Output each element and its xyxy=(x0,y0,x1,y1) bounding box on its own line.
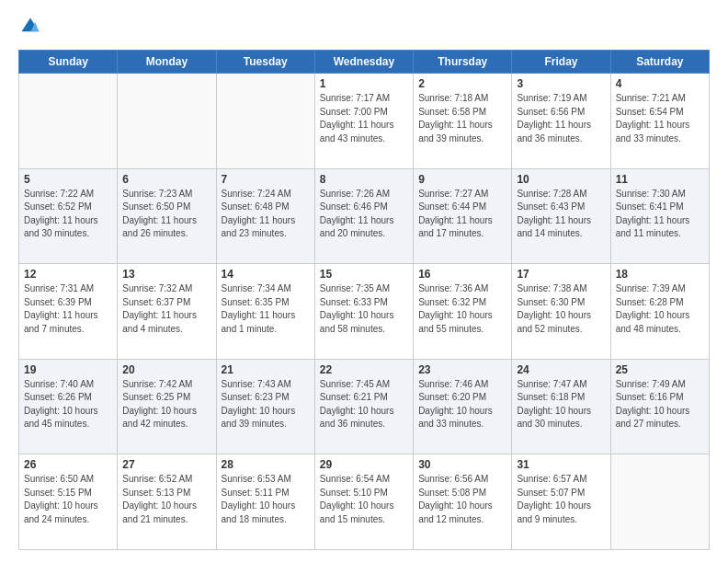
calendar-cell: 28Sunrise: 6:53 AMSunset: 5:11 PMDayligh… xyxy=(216,454,314,550)
day-info: Sunrise: 7:31 AMSunset: 6:39 PMDaylight:… xyxy=(24,282,112,336)
day-info: Sunrise: 7:21 AMSunset: 6:54 PMDaylight:… xyxy=(616,92,704,145)
day-info: Sunrise: 7:42 AMSunset: 6:25 PMDaylight:… xyxy=(122,378,210,431)
calendar-cell: 9Sunrise: 7:27 AMSunset: 6:44 PMDaylight… xyxy=(414,168,512,264)
day-number: 21 xyxy=(222,363,310,376)
calendar-cell: 29Sunrise: 6:54 AMSunset: 5:10 PMDayligh… xyxy=(314,454,413,550)
day-number: 23 xyxy=(418,363,506,376)
day-number: 26 xyxy=(24,458,112,471)
calendar-cell xyxy=(19,74,118,169)
day-number: 18 xyxy=(616,268,704,281)
day-info: Sunrise: 7:49 AMSunset: 6:16 PMDaylight:… xyxy=(616,378,704,431)
day-number: 19 xyxy=(24,363,112,376)
weekday-header-monday: Monday xyxy=(118,51,216,74)
calendar-cell: 12Sunrise: 7:31 AMSunset: 6:39 PMDayligh… xyxy=(19,264,118,360)
calendar-cell: 17Sunrise: 7:38 AMSunset: 6:30 PMDayligh… xyxy=(512,264,610,360)
day-info: Sunrise: 7:38 AMSunset: 6:30 PMDaylight:… xyxy=(517,282,605,336)
calendar-cell: 1Sunrise: 7:17 AMSunset: 7:00 PMDaylight… xyxy=(314,74,413,169)
day-info: Sunrise: 7:28 AMSunset: 6:43 PMDaylight:… xyxy=(517,188,605,241)
day-number: 15 xyxy=(320,268,408,281)
day-info: Sunrise: 7:22 AMSunset: 6:52 PMDaylight:… xyxy=(24,188,112,241)
weekday-header-sunday: Sunday xyxy=(19,51,118,74)
day-number: 29 xyxy=(320,458,408,471)
calendar-cell: 27Sunrise: 6:52 AMSunset: 5:13 PMDayligh… xyxy=(118,454,216,550)
calendar-cell: 18Sunrise: 7:39 AMSunset: 6:28 PMDayligh… xyxy=(610,264,709,360)
calendar-cell: 15Sunrise: 7:35 AMSunset: 6:33 PMDayligh… xyxy=(314,264,413,360)
day-number: 7 xyxy=(222,173,310,186)
day-number: 4 xyxy=(616,77,704,90)
day-number: 20 xyxy=(122,363,210,376)
calendar-cell xyxy=(610,454,709,550)
calendar-cell: 30Sunrise: 6:56 AMSunset: 5:08 PMDayligh… xyxy=(414,454,512,550)
calendar-cell: 7Sunrise: 7:24 AMSunset: 6:48 PMDaylight… xyxy=(216,168,314,264)
weekday-header-tuesday: Tuesday xyxy=(216,51,314,74)
day-info: Sunrise: 7:43 AMSunset: 6:23 PMDaylight:… xyxy=(222,378,310,431)
day-number: 12 xyxy=(24,268,112,281)
day-info: Sunrise: 7:32 AMSunset: 6:37 PMDaylight:… xyxy=(122,282,210,336)
day-number: 8 xyxy=(320,173,408,186)
day-number: 25 xyxy=(616,363,704,376)
calendar-week-1: 1Sunrise: 7:17 AMSunset: 7:00 PMDaylight… xyxy=(19,74,710,169)
day-number: 17 xyxy=(517,268,605,281)
day-info: Sunrise: 6:54 AMSunset: 5:10 PMDaylight:… xyxy=(320,473,408,526)
day-info: Sunrise: 7:24 AMSunset: 6:48 PMDaylight:… xyxy=(222,188,310,241)
calendar-cell: 31Sunrise: 6:57 AMSunset: 5:07 PMDayligh… xyxy=(512,454,610,550)
day-number: 14 xyxy=(222,268,310,281)
calendar-table: SundayMondayTuesdayWednesdayThursdayFrid… xyxy=(18,50,710,550)
weekday-header-friday: Friday xyxy=(512,51,610,74)
calendar-cell: 20Sunrise: 7:42 AMSunset: 6:25 PMDayligh… xyxy=(118,359,216,454)
header xyxy=(18,17,710,40)
calendar-cell xyxy=(216,74,314,169)
day-number: 27 xyxy=(122,458,210,471)
calendar-cell: 23Sunrise: 7:46 AMSunset: 6:20 PMDayligh… xyxy=(414,359,512,454)
day-info: Sunrise: 7:47 AMSunset: 6:18 PMDaylight:… xyxy=(517,378,605,431)
day-info: Sunrise: 7:26 AMSunset: 6:46 PMDaylight:… xyxy=(320,188,408,241)
day-number: 3 xyxy=(517,77,605,90)
calendar-cell: 6Sunrise: 7:23 AMSunset: 6:50 PMDaylight… xyxy=(118,168,216,264)
calendar-cell: 2Sunrise: 7:18 AMSunset: 6:58 PMDaylight… xyxy=(414,74,512,169)
weekday-header-wednesday: Wednesday xyxy=(314,51,413,74)
calendar-cell: 11Sunrise: 7:30 AMSunset: 6:41 PMDayligh… xyxy=(610,168,709,264)
calendar-week-3: 12Sunrise: 7:31 AMSunset: 6:39 PMDayligh… xyxy=(19,264,710,360)
weekday-header-saturday: Saturday xyxy=(610,51,709,74)
calendar-week-2: 5Sunrise: 7:22 AMSunset: 6:52 PMDaylight… xyxy=(19,168,710,264)
day-number: 6 xyxy=(122,173,210,186)
day-info: Sunrise: 7:34 AMSunset: 6:35 PMDaylight:… xyxy=(222,282,310,336)
day-info: Sunrise: 7:35 AMSunset: 6:33 PMDaylight:… xyxy=(320,282,408,336)
day-info: Sunrise: 7:17 AMSunset: 7:00 PMDaylight:… xyxy=(320,92,408,145)
day-number: 5 xyxy=(24,173,112,186)
day-info: Sunrise: 7:18 AMSunset: 6:58 PMDaylight:… xyxy=(418,92,506,145)
calendar-cell xyxy=(118,74,216,169)
day-number: 28 xyxy=(222,458,310,471)
day-number: 11 xyxy=(616,173,704,186)
calendar-cell: 5Sunrise: 7:22 AMSunset: 6:52 PMDaylight… xyxy=(19,168,118,264)
day-number: 22 xyxy=(320,363,408,376)
day-info: Sunrise: 7:45 AMSunset: 6:21 PMDaylight:… xyxy=(320,378,408,431)
day-number: 31 xyxy=(517,458,605,471)
logo xyxy=(18,17,44,40)
day-info: Sunrise: 7:23 AMSunset: 6:50 PMDaylight:… xyxy=(122,188,210,241)
calendar-cell: 3Sunrise: 7:19 AMSunset: 6:56 PMDaylight… xyxy=(512,74,610,169)
day-info: Sunrise: 6:50 AMSunset: 5:15 PMDaylight:… xyxy=(24,473,112,526)
day-number: 10 xyxy=(517,173,605,186)
calendar-cell: 19Sunrise: 7:40 AMSunset: 6:26 PMDayligh… xyxy=(19,359,118,454)
day-number: 24 xyxy=(517,363,605,376)
day-number: 1 xyxy=(320,77,408,90)
day-info: Sunrise: 6:52 AMSunset: 5:13 PMDaylight:… xyxy=(122,473,210,526)
calendar-week-4: 19Sunrise: 7:40 AMSunset: 6:26 PMDayligh… xyxy=(19,359,710,454)
day-info: Sunrise: 7:30 AMSunset: 6:41 PMDaylight:… xyxy=(616,188,704,241)
calendar-cell: 16Sunrise: 7:36 AMSunset: 6:32 PMDayligh… xyxy=(414,264,512,360)
day-number: 2 xyxy=(418,77,506,90)
day-number: 9 xyxy=(418,173,506,186)
day-info: Sunrise: 7:19 AMSunset: 6:56 PMDaylight:… xyxy=(517,92,605,145)
calendar-cell: 26Sunrise: 6:50 AMSunset: 5:15 PMDayligh… xyxy=(19,454,118,550)
calendar-cell: 4Sunrise: 7:21 AMSunset: 6:54 PMDaylight… xyxy=(610,74,709,169)
calendar-cell: 24Sunrise: 7:47 AMSunset: 6:18 PMDayligh… xyxy=(512,359,610,454)
day-info: Sunrise: 7:46 AMSunset: 6:20 PMDaylight:… xyxy=(418,378,506,431)
calendar-cell: 22Sunrise: 7:45 AMSunset: 6:21 PMDayligh… xyxy=(314,359,413,454)
logo-icon xyxy=(20,17,40,37)
calendar-cell: 21Sunrise: 7:43 AMSunset: 6:23 PMDayligh… xyxy=(216,359,314,454)
day-info: Sunrise: 6:57 AMSunset: 5:07 PMDaylight:… xyxy=(517,473,605,526)
calendar-cell: 25Sunrise: 7:49 AMSunset: 6:16 PMDayligh… xyxy=(610,359,709,454)
calendar-cell: 14Sunrise: 7:34 AMSunset: 6:35 PMDayligh… xyxy=(216,264,314,360)
day-info: Sunrise: 6:56 AMSunset: 5:08 PMDaylight:… xyxy=(418,473,506,526)
